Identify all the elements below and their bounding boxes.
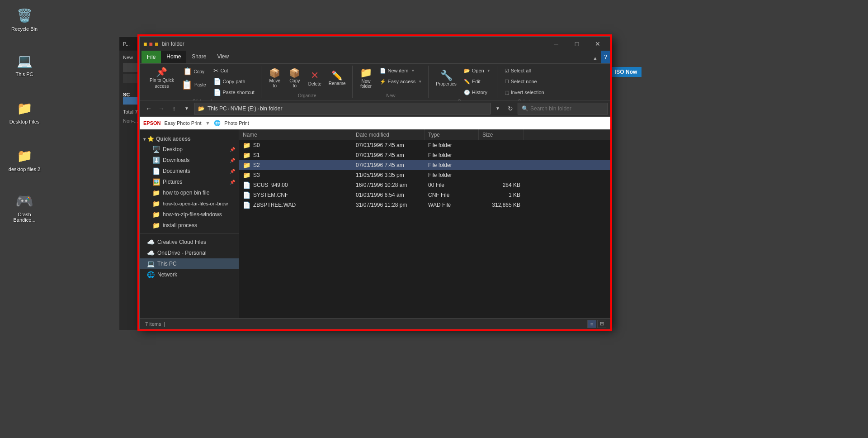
nav-item-onedrive[interactable]: ☁️ OneDrive - Personal [140, 248, 239, 258]
file-row-s0[interactable]: 📁 S0 07/03/1996 7:45 am File folder [239, 140, 612, 150]
ribbon-group-open: 🔧 Properties 📂 Open ▼ ✏️ Edit [429, 66, 497, 98]
edit-button[interactable]: ✏️ Edit [461, 76, 493, 86]
file-row-system-cnf[interactable]: 📄 SYSTEM.CNF 01/03/1996 6:54 am CNF File… [239, 190, 612, 200]
select-all-button[interactable]: ☑ Select all [502, 66, 547, 76]
nav-section-quick-access[interactable]: ▾ ⭐ Quick access [140, 133, 239, 144]
main-content: ▾ ⭐ Quick access 🖥️ Desktop 📌 ⬇️ Downloa… [140, 129, 612, 318]
title-bar: ■ ■ ■ bin folder ─ □ ✕ [140, 37, 612, 51]
file-row-scus[interactable]: 📄 SCUS_949.00 16/07/1996 10:28 am 00 Fil… [239, 180, 612, 190]
path-part-bin[interactable]: bin folder [260, 105, 282, 112]
tab-home[interactable]: Home [161, 51, 186, 63]
delete-button[interactable]: ✕ Delete [306, 66, 324, 91]
nav-item-how-to-open[interactable]: 📁 how to open bin file [140, 187, 239, 198]
file-row-s3[interactable]: 📁 S3 11/05/1996 3:35 pm File folder [239, 170, 612, 180]
desktop-icon-desktop-files[interactable]: 📁 Desktop Files [6, 97, 42, 126]
tab-share[interactable]: Share [186, 51, 212, 63]
paste-shortcut-button[interactable]: 📄 Paste shortcut [211, 87, 257, 97]
col-header-date[interactable]: Date modified [352, 129, 425, 140]
file-row-s1[interactable]: 📁 S1 07/03/1996 7:45 am File folder [239, 150, 612, 160]
nav-item-desktop[interactable]: 🖥️ Desktop 📌 [140, 144, 239, 155]
new-folder-button[interactable]: 📁 Newfolder [357, 66, 375, 91]
select-none-button[interactable]: ☐ Select none [502, 76, 547, 86]
search-box: 🔍 [518, 103, 608, 114]
copy-button[interactable]: 📋 Copy [179, 66, 209, 77]
nav-item-downloads[interactable]: ⬇️ Downloads 📌 [140, 155, 239, 166]
ribbon-group-select: ☑ Select all ☐ Select none ⬚ Invert sele… [498, 66, 551, 98]
search-input[interactable] [530, 105, 604, 112]
desktop-icon-crash-bandicoot[interactable]: 🎮 Crash Bandico... [6, 190, 42, 224]
epson-easy-photo-print[interactable]: Easy Photo Print [165, 120, 202, 126]
iso-now-button[interactable]: ISO Now [610, 67, 642, 77]
col-header-size[interactable]: Size [479, 129, 524, 140]
tab-file[interactable]: File [142, 51, 161, 63]
title-bar-icon-gold: ■ [155, 40, 158, 48]
history-button[interactable]: 🕐 History [461, 87, 493, 97]
desktop-nav-icon: 🖥️ [152, 146, 160, 153]
ribbon-help-btn[interactable]: ? [601, 51, 610, 63]
forward-button[interactable]: → [156, 103, 167, 114]
details-view-button[interactable]: ≡ [587, 320, 596, 328]
folder-icon-2: 📁 [152, 200, 160, 207]
epson-photo-print[interactable]: Photo Print [224, 120, 249, 126]
col-header-type[interactable]: Type [425, 129, 479, 140]
network-icon: 🌐 [147, 271, 155, 278]
back-button[interactable]: ← [143, 103, 154, 114]
large-icons-view-button[interactable]: ⊞ [597, 320, 606, 328]
ribbon-collapse-btn[interactable]: ▲ [589, 53, 601, 63]
status-bar: 7 items | ≡ ⊞ [140, 318, 612, 329]
cut-button[interactable]: ✂ Cut [211, 66, 257, 76]
nav-item-this-pc[interactable]: 💻 This PC [140, 258, 239, 269]
desktop-icon-this-pc[interactable]: 💻 This PC [6, 50, 42, 79]
path-part-this-pc[interactable]: This PC [208, 105, 227, 112]
rename-button[interactable]: ✏️ Rename [326, 66, 349, 91]
tab-view[interactable]: View [212, 51, 234, 63]
dropdown-button[interactable]: ▼ [492, 103, 503, 114]
nav-item-pictures[interactable]: 🖼️ Pictures 📌 [140, 176, 239, 187]
refresh-button[interactable]: ↻ [505, 103, 516, 114]
invert-selection-button[interactable]: ⬚ Invert selection [502, 87, 547, 97]
recent-button[interactable]: ▼ [181, 103, 192, 114]
nav-item-how-to-zip[interactable]: 📁 how-to-zip-files-windows [140, 209, 239, 220]
desktop-icon-recycle-bin[interactable]: 🗑️ Recycle Bin [6, 5, 42, 33]
ribbon-tabs: File Home Share View ▲ ? 📌 Pin to Quicka… [140, 51, 612, 100]
open-button[interactable]: 📂 Open ▼ [461, 66, 493, 76]
copy-to-button[interactable]: 📦 Copyto [286, 66, 304, 91]
desktop-icon-desktop-files-2[interactable]: 📁 desktop files 2 [6, 145, 42, 174]
path-part-nvme[interactable]: NVME (E:) [231, 105, 256, 112]
ribbon-group-clipboard: 📌 Pin to Quickaccess 📋 Copy 📋 Paste [143, 66, 261, 98]
file-list-body: 📁 S0 07/03/1996 7:45 am File folder 📁 S1… [239, 140, 612, 318]
copy-path-button[interactable]: 📄 Copy path [211, 76, 257, 86]
search-icon: 🔍 [522, 105, 528, 112]
quick-access-icon: ⭐ [147, 136, 154, 142]
folder-icon-s3: 📁 [243, 171, 250, 179]
onedrive-icon: ☁️ [147, 249, 155, 257]
explorer-window: ■ ■ ■ bin folder ─ □ ✕ File Home Share V… [139, 36, 612, 329]
nav-item-network[interactable]: 🌐 Network [140, 269, 239, 280]
address-icon: 📂 [198, 105, 205, 112]
epson-brand: EPSON [143, 120, 161, 126]
nav-item-how-to-open-tar[interactable]: 📁 how-to-open-tar-files-on-brow [140, 198, 239, 209]
up-button[interactable]: ↑ [169, 103, 179, 114]
pin-quick-access-button[interactable]: 📌 Pin to Quickaccess [147, 66, 177, 91]
pictures-nav-icon: 🖼️ [152, 178, 160, 186]
nav-item-documents[interactable]: 📄 Documents 📌 [140, 166, 239, 176]
folder-icon-s0: 📁 [243, 142, 250, 149]
easy-access-button[interactable]: ⚡ Easy access ▼ [377, 76, 425, 86]
properties-button[interactable]: 🔧 Properties [433, 66, 459, 91]
file-row-zbsp[interactable]: 📄 ZBSPTREE.WAD 31/07/1996 11:28 pm WAD F… [239, 200, 612, 210]
paste-button[interactable]: 📋 Paste [179, 78, 209, 91]
title-bar-title: bin folder [162, 41, 546, 47]
file-pane: Name Date modified Type Size 📁 S0 07/03/… [239, 129, 612, 318]
address-path[interactable]: 📂 This PC › NVME (E:) › bin folder [194, 103, 491, 114]
nav-item-creative-cloud[interactable]: ☁️ Creative Cloud Files [140, 237, 239, 248]
minimize-button[interactable]: ─ [546, 37, 566, 51]
maximize-button[interactable]: □ [566, 37, 587, 51]
file-row-s2[interactable]: 📁 S2 07/03/1996 7:45 am File folder [239, 160, 612, 170]
close-button[interactable]: ✕ [587, 37, 608, 51]
folder-icon-4: 📁 [152, 222, 160, 229]
col-header-name[interactable]: Name [239, 129, 352, 140]
new-item-button[interactable]: 📄 New item ▼ [377, 66, 425, 76]
move-to-button[interactable]: 📦 Moveto [266, 66, 284, 91]
epson-bar: EPSON Easy Photo Print ▼ 🌐 Photo Print [140, 117, 612, 129]
nav-item-install-process[interactable]: 📁 install process [140, 220, 239, 231]
